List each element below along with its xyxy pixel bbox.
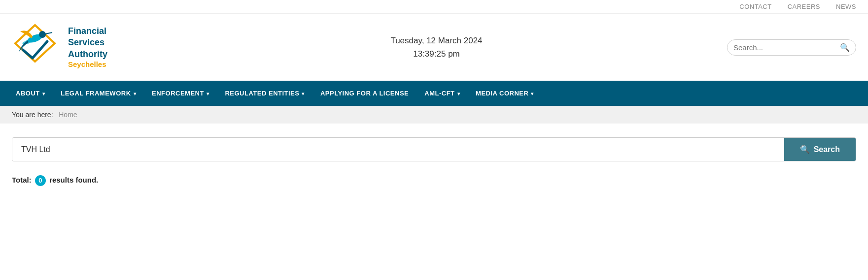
nav-item-applying-license[interactable]: APPLYING FOR A LICENSE (312, 81, 417, 106)
search-section: 🔍 Search (0, 124, 868, 169)
nav-media-label: MEDIA CORNER (476, 90, 528, 97)
date-time-area: Tuesday, 12 March 2024 13:39:25 pm (146, 34, 727, 61)
nav-enforcement-label: ENFORCEMENT (152, 90, 204, 97)
header-search-box[interactable]: 🔍 (727, 39, 856, 56)
breadcrumb-label: You are here: (12, 111, 53, 119)
nav-item-regulated-entities[interactable]: REGULATED ENTITIES ▾ (217, 81, 312, 106)
results-suffix: results found. (49, 176, 98, 184)
nav-applying-label: APPLYING FOR A LICENSE (320, 90, 409, 97)
search-input[interactable] (12, 138, 784, 161)
nav-enforcement-chevron: ▾ (207, 91, 209, 96)
breadcrumb-home[interactable]: Home (59, 111, 77, 119)
results-bar: Total: 0 results found. (0, 169, 868, 192)
careers-link[interactable]: CAREERS (788, 3, 820, 10)
header-search-button[interactable]: 🔍 (840, 43, 850, 52)
nav-item-about[interactable]: ABOUT ▾ (8, 81, 53, 106)
logo-text: Financial Services Authority Seychelles (68, 26, 107, 69)
nav-legal-label: LEGAL FRAMEWORK (61, 90, 131, 97)
results-count-badge: 0 (35, 175, 46, 186)
contact-link[interactable]: CONTACT (739, 3, 771, 10)
search-bar: 🔍 Search (12, 137, 856, 161)
nav-item-media-corner[interactable]: MEDIA CORNER ▾ (468, 81, 542, 106)
logo-icon (8, 23, 62, 72)
date-time-display: Tuesday, 12 March 2024 13:39:25 pm (390, 34, 482, 61)
search-button-label: Search (814, 145, 840, 154)
nav-item-aml-cft[interactable]: AML-CFT ▾ (417, 81, 468, 106)
nav-item-enforcement[interactable]: ENFORCEMENT ▾ (144, 81, 217, 106)
logo-area: Financial Services Authority Seychelles (8, 23, 146, 72)
results-prefix: Total: (12, 176, 32, 184)
nav-media-chevron: ▾ (531, 91, 534, 96)
search-button[interactable]: 🔍 Search (784, 138, 856, 161)
nav-about-chevron: ▾ (42, 91, 45, 96)
header-search-input[interactable] (733, 43, 837, 52)
nav-aml-label: AML-CFT (424, 90, 454, 97)
nav-item-legal-framework[interactable]: LEGAL FRAMEWORK ▾ (53, 81, 144, 106)
svg-point-2 (39, 31, 46, 38)
org-name: Financial Services Authority (68, 26, 107, 60)
svg-line-3 (45, 32, 52, 34)
nav-regulated-chevron: ▾ (302, 91, 305, 96)
nav-about-label: ABOUT (16, 90, 40, 97)
search-icon: 🔍 (800, 145, 810, 154)
news-link[interactable]: NEWS (836, 3, 856, 10)
date-display: Tuesday, 12 March 2024 (390, 34, 482, 47)
top-bar: CONTACT CAREERS NEWS (0, 0, 868, 14)
nav-aml-chevron: ▾ (457, 91, 460, 96)
main-nav: ABOUT ▾ LEGAL FRAMEWORK ▾ ENFORCEMENT ▾ … (0, 81, 868, 106)
org-sub: Seychelles (68, 60, 107, 69)
nav-regulated-label: REGULATED ENTITIES (225, 90, 299, 97)
time-display: 13:39:25 pm (390, 47, 482, 61)
breadcrumb-bar: You are here: Home (0, 106, 868, 124)
nav-legal-chevron: ▾ (134, 91, 137, 96)
site-header: Financial Services Authority Seychelles … (0, 14, 868, 81)
